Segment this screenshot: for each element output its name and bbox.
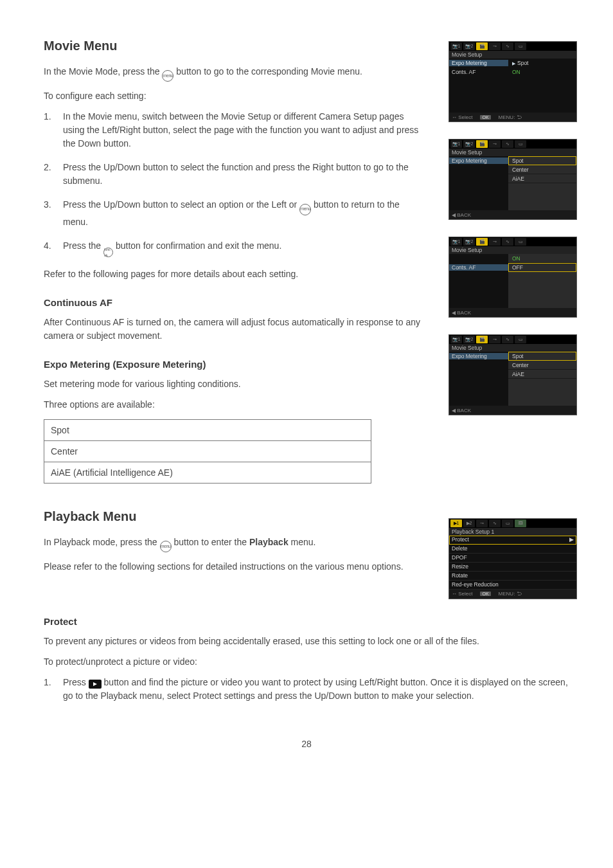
tab-icon: 📷2 [463,42,475,50]
footer-ok: OK [480,114,490,120]
movie-intro: In the Movie Mode, press the menu button… [44,65,423,82]
step-body: Press the Up/Down button to select the f… [63,161,423,188]
tab-icon: ∿ [502,140,513,148]
tab-movie-icon: 🎬 [476,140,488,148]
movie-menu-heading: Movie Menu [44,39,423,53]
movie-steps: 1. In the Movie menu, switch between the… [44,110,423,257]
protect-text: To prevent any pictures or videos from b… [44,635,569,647]
submenu-option: OFF [508,263,576,272]
protect-steps: 1. Press button and find the picture or … [44,676,569,703]
playback-intro-a: In Playback mode, press the [44,537,160,547]
row-label: Expo Metering [449,158,508,164]
tab-icon: 📷1 [450,336,462,343]
continuous-af-text: After Continuous AF is turned on, the ca… [44,316,423,342]
footer-menu: MENU: ⮌ [499,591,522,597]
step-number: 1. [44,110,63,150]
tab-icon: ▭ [515,336,526,343]
playback-menu-heading: Playback Menu [44,509,423,524]
step4-a: Press the [63,240,103,251]
submenu-option: Spot [508,352,576,361]
playback-intro-b: button to enter the [173,537,249,547]
screenshot-title: Movie Setup [449,246,576,254]
row-label: Expo Metering [449,353,508,359]
row-value: Spot [508,60,576,66]
footer-back: ◀ BACK [452,212,471,218]
page-number: 28 [44,739,569,749]
tab-icon: 📷2 [463,140,475,148]
playback-row: Protect▶ [449,536,576,545]
protect-s1-a: Press [63,677,89,687]
playback-row: Red-eye Reduction [449,581,576,590]
step4-b: button for confirmation and exit the men… [116,240,281,251]
camera-screenshot-expo-submenu: 📷1 📷2 🎬 ⊸ ∿ ▭ Movie Setup Expo Metering … [449,139,577,220]
tab-icon: 📷1 [450,140,462,148]
tab-icon: ▭ [502,520,513,527]
screenshot-title: Playback Setup 1 [449,528,576,536]
tab-icon: ▭ [515,140,526,148]
camera-screenshot-caf-submenu: 📷1 📷2 🎬 ⊸ ∿ ▭ Movie Setup Conts. AF ON [449,237,577,318]
protect-heading: Protect [44,616,569,627]
opt-spot: Spot [44,419,371,440]
playback-refer: Please refer to the following sections f… [44,560,423,573]
submenu-option: AiAE [508,370,576,379]
movie-refer: Refer to the following pages for more de… [44,267,423,280]
play-icon [89,680,102,689]
tab-icon: ∿ [502,42,513,50]
protect-s1-b: button and find the picture or video you… [63,677,568,701]
footer-back: ◀ BACK [452,310,471,316]
tab-icon: ▭ [515,42,526,50]
tab-icon: ⊸ [489,140,501,148]
step-number: 4. [44,239,63,258]
tab-icon: ▶2 [463,520,475,527]
expo-options-table: Spot Center AiAE (Artificial Intelligenc… [44,419,371,484]
playback-row: Delete [449,545,576,554]
camera-screenshot-playback: ▶1 ▶2 ⊸ ∿ ▭ 🖼 Playback Setup 1 Protect▶ … [449,518,577,599]
protect-do: To protect/unprotect a picture or video: [44,655,569,668]
movie-intro-a: In the Movie Mode, press the [44,66,162,77]
footer-select: ↔ Select [452,114,472,120]
step-body: Press the func ok button for confirmatio… [63,239,423,258]
camera-screenshot-expo-submenu-2: 📷1 📷2 🎬 ⊸ ∿ ▭ Movie Setup Expo Metering … [449,334,577,415]
tab-movie-icon: 🎬 [476,42,488,50]
menu-icon: menu [160,541,172,552]
playback-row: DPOF [449,554,576,563]
tab-icon: ∿ [502,336,513,343]
row-label: Conts. AF [449,69,508,75]
tab-icon: ∿ [489,520,501,527]
playback-row: Resize [449,563,576,572]
tab-icon: 📷2 [463,336,475,343]
submenu-option: AiAE [508,174,576,183]
step-body: In the Movie menu, switch between the Mo… [63,110,423,150]
footer-select: ↔ Select [452,591,472,597]
tab-icon: 🖼 [515,520,526,527]
step-body: Press the Up/Down button to select an op… [63,198,423,228]
svg-marker-0 [93,682,97,686]
playback-row: Rotate [449,572,576,581]
tab-icon: ∿ [502,238,513,246]
tab-icon: 📷2 [463,238,475,246]
tab-icon: ⊸ [489,238,501,246]
menu-icon: menu [162,70,173,82]
tab-play-icon: ▶1 [450,520,462,527]
tab-movie-icon: 🎬 [476,238,488,246]
submenu-option: Center [508,361,576,370]
opt-center: Center [44,440,371,462]
screenshot-title: Movie Setup [449,51,576,59]
tab-icon: ⊸ [476,520,488,527]
playback-intro-c: menu. [291,537,316,547]
playback-intro: In Playback mode, press the menu button … [44,536,423,552]
opt-aiae: AiAE (Artificial Intelligence AE) [44,462,371,483]
screenshot-title: Movie Setup [449,344,576,352]
step-number: 3. [44,198,63,228]
row-value: ON [508,69,576,75]
tab-icon: ▭ [515,238,526,246]
continuous-af-heading: Continuous AF [44,297,423,308]
tab-movie-icon: 🎬 [476,336,488,343]
submenu-option: Spot [508,156,576,165]
step-number: 1. [44,676,63,703]
expo-metering-heading: Expo Metering (Exposure Metering) [44,359,423,370]
footer-back: ◀ BACK [452,408,471,413]
row-label: Expo Metering [449,60,508,66]
func-ok-icon: func ok [103,248,113,257]
submenu-option: Center [508,165,576,174]
